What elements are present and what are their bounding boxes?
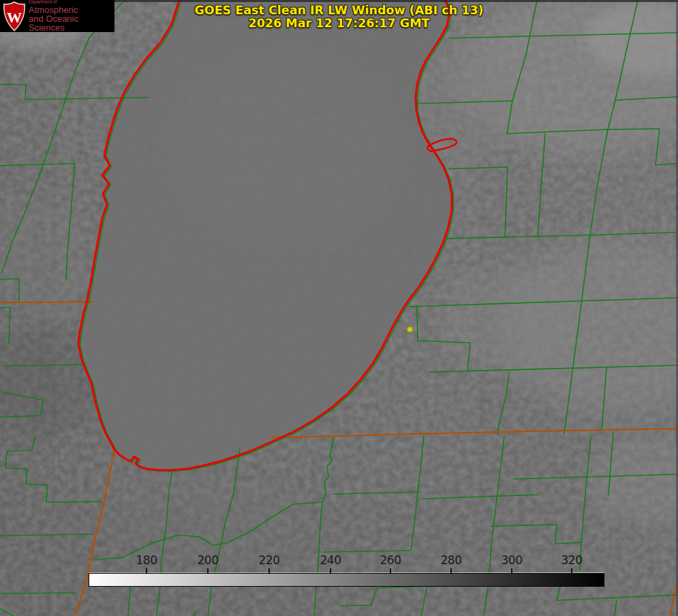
colorbar-tick (330, 568, 331, 573)
logo-line2: and Oceanic Sciences (29, 14, 114, 32)
colorbar-tick (571, 568, 572, 573)
colorbar-tick (511, 568, 512, 573)
colorbar-label: 260 (380, 553, 401, 567)
colorbar-label: 220 (259, 553, 280, 567)
logo-line1: Atmospheric (29, 5, 114, 14)
colorbar-label: 300 (502, 553, 523, 567)
colorbar-tick (146, 568, 147, 573)
uw-crest-icon: W (3, 1, 26, 31)
state-line (0, 302, 93, 303)
satellite-viewer: GOES East Clean IR LW Window (ABI ch 13)… (0, 0, 678, 616)
satellite-image (0, 0, 678, 616)
colorbar-tick (207, 568, 209, 573)
colorbar-label: 200 (198, 553, 219, 567)
temperature-colorbar (89, 573, 604, 587)
colorbar-tick (390, 568, 391, 573)
logo-text: Department of Atmospheric and Oceanic Sc… (29, 0, 114, 32)
university-logo: W Department of Atmospheric and Oceanic … (0, 0, 114, 32)
colorbar-tick (268, 568, 270, 573)
colorbar-label: 320 (561, 553, 583, 567)
lake-surface (75, 0, 457, 477)
location-marker[interactable] (407, 326, 413, 333)
colorbar-label: 240 (320, 553, 341, 567)
colorbar-tick (450, 568, 452, 573)
colorbar-label: 180 (136, 553, 157, 567)
colorbar-label: 280 (441, 553, 462, 567)
crest-letter: W (7, 9, 22, 26)
logo-dept-label: Department of (29, 0, 114, 5)
county-line (0, 593, 75, 594)
